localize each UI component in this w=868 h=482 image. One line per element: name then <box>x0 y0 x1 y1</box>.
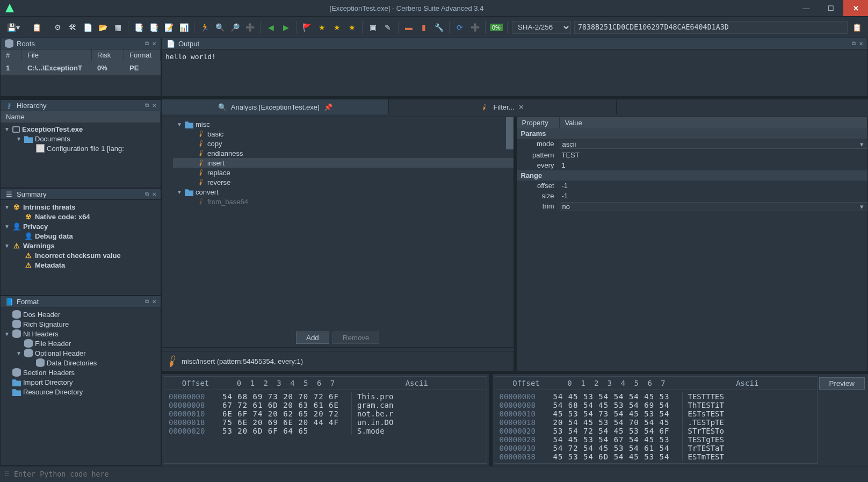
open-file-icon[interactable]: 📂 <box>97 21 108 33</box>
hierarchy-item[interactable]: ▼ExceptionTest.exe <box>1 125 161 134</box>
caret-icon[interactable]: ▼ <box>176 121 183 127</box>
reload-icon[interactable]: ⟳ <box>454 21 466 33</box>
caret-icon[interactable]: ▼ <box>16 350 22 356</box>
panel-close-icon[interactable]: ✕ <box>152 41 156 47</box>
paste-icon[interactable]: 📋 <box>31 21 42 33</box>
grid-icon[interactable]: ▣ <box>367 21 379 33</box>
summary-item[interactable]: ⚠Incorrect checksum value <box>1 250 161 260</box>
add-button[interactable]: Add <box>296 332 329 344</box>
property-row[interactable]: size-1 <box>517 191 868 201</box>
filter-item[interactable]: ▼misc <box>173 119 513 129</box>
filter-item[interactable]: 🖌from_base64 <box>173 197 513 206</box>
tab-analysis[interactable]: 🔍Analysis [ExceptionTest.exe]📌 <box>162 99 389 114</box>
hex-row[interactable]: 000000106E 6F 74 20 62 65 20 72not.be.r <box>169 409 482 418</box>
applied-filter-row[interactable]: 🖌 misc/insert (pattern:54455354, every:1… <box>162 351 514 371</box>
hash-algo-select[interactable]: SHA-2/256 <box>512 21 571 34</box>
caret-icon[interactable]: ▼ <box>4 204 10 210</box>
summary-item[interactable]: 👤Debug data <box>1 231 161 241</box>
gear-icon[interactable]: ⚙ <box>52 21 63 33</box>
caret-icon[interactable]: ▼ <box>4 126 10 132</box>
chart-icon[interactable]: 📊 <box>178 21 190 33</box>
panel-undock-icon[interactable]: ⧉ <box>852 40 856 47</box>
hex-row[interactable]: 0000000054 45 53 54 54 54 45 53TESTTTES <box>500 392 813 401</box>
hierarchy-item[interactable]: ▼Documents <box>1 134 161 143</box>
format-item[interactable]: Section Headers <box>1 368 161 377</box>
splitter-v[interactable] <box>489 374 493 466</box>
hex-row[interactable]: 0000000854 68 54 45 53 54 69 54ThTESTiT <box>500 401 813 409</box>
col-property[interactable]: Property <box>517 117 560 128</box>
hex-right-panel[interactable]: Offset0 1 2 3 4 5 6 7Ascii 0000000054 45… <box>495 376 818 464</box>
hex-left-panel[interactable]: Offset0 1 2 3 4 5 6 7Ascii 0000000054 68… <box>164 376 487 464</box>
property-row[interactable]: modeascii▾ <box>517 139 868 150</box>
summary-item[interactable]: ⚠Metadata <box>1 260 161 270</box>
bookmark-nav-icon[interactable]: ★ <box>346 21 358 33</box>
hex-row[interactable]: 0000000867 72 61 6D 20 63 61 6Egram.can <box>169 401 482 409</box>
maximize-button[interactable]: ☐ <box>819 0 843 16</box>
format-item[interactable]: Dos Header <box>1 310 161 319</box>
summary-item[interactable]: ▼☢Intrinsic threats <box>1 202 161 212</box>
property-value[interactable]: ascii▾ <box>560 140 868 149</box>
output-text[interactable]: hello world! <box>162 49 867 64</box>
hex-row[interactable]: 0000003054 72 54 45 53 54 61 54TrTESTaT <box>500 444 813 452</box>
edit-icon[interactable]: ✎ <box>382 21 394 33</box>
format-item[interactable]: Resource Directory <box>1 387 161 397</box>
mark-add-icon[interactable]: ➕ <box>244 21 256 33</box>
new-doc-icon[interactable]: 📄 <box>82 21 93 33</box>
minimize-button[interactable]: — <box>794 0 819 16</box>
summary-item[interactable]: ▼👤Privacy <box>1 221 161 231</box>
filter-item[interactable]: 🖌replace <box>173 168 513 177</box>
tools-icon[interactable]: 🛠 <box>67 21 78 33</box>
panel-close-icon[interactable]: ✕ <box>859 41 863 47</box>
caret-icon[interactable]: ▼ <box>4 243 10 249</box>
caret-icon[interactable]: ▼ <box>4 331 10 337</box>
format-item[interactable]: ▼Nt Headers <box>1 329 161 339</box>
hex-row[interactable]: 0000000054 68 69 73 20 70 72 6FThis.pro <box>169 392 482 401</box>
forward-icon[interactable]: ▶ <box>280 21 292 33</box>
chevron-down-icon[interactable]: ▾ <box>860 203 867 211</box>
roots-row[interactable]: 1 C:\...\ExceptionT 0% PE <box>1 61 161 75</box>
back-icon[interactable]: ◀ <box>265 21 277 33</box>
panel-undock-icon[interactable]: ⧉ <box>145 40 149 47</box>
tab-close-icon[interactable]: ✕ <box>518 103 524 111</box>
caret-icon[interactable]: ▼ <box>176 189 183 195</box>
hex-row[interactable]: 0000001820 54 45 53 54 70 54 45.TESTpTE <box>500 418 813 427</box>
col-value[interactable]: Value <box>560 117 868 128</box>
format-item[interactable]: Data Directories <box>1 358 161 368</box>
hex-icon[interactable]: ▦ <box>112 21 124 33</box>
scrollbar-thumb[interactable] <box>506 117 513 149</box>
hex-row[interactable]: 0000003845 53 54 6D 54 45 53 54ESTmTEST <box>500 452 813 461</box>
hierarchy-item[interactable]: Configuration file 1 [lang: <box>1 143 161 153</box>
bookmark-add-icon[interactable]: ★ <box>316 21 328 33</box>
format-item[interactable]: Rich Signature <box>1 319 161 329</box>
property-row[interactable]: patternTEST <box>517 150 868 160</box>
filter-item[interactable]: 🖌insert <box>173 158 513 168</box>
summary-item[interactable]: ▼⚠Warnings <box>1 241 161 250</box>
hex-row[interactable]: 0000002053 20 6D 6F 64 65S.mode <box>169 427 482 435</box>
run-icon[interactable]: 🏃 <box>199 21 211 33</box>
filter-item[interactable]: 🖌reverse <box>173 177 513 187</box>
format-item[interactable]: ▼Optional Header <box>1 348 161 358</box>
tab-filter[interactable]: 🖌Filter...✕ <box>389 99 616 114</box>
copy-hash-icon[interactable]: 📋 <box>851 21 863 33</box>
chevron-down-icon[interactable]: ▾ <box>860 140 867 148</box>
caret-icon[interactable]: ▼ <box>16 136 22 142</box>
property-row[interactable]: every1 <box>517 160 868 170</box>
filter-item[interactable]: ▼convert <box>173 187 513 197</box>
preview-button[interactable]: Preview <box>819 377 865 390</box>
summary-item[interactable]: ☢Native code: x64 <box>1 212 161 221</box>
close-button[interactable]: ✕ <box>843 0 868 16</box>
hex-row[interactable]: 0000002053 54 72 54 45 53 54 6FSTrTESTo <box>500 427 813 435</box>
format-item[interactable]: Import Directory <box>1 377 161 387</box>
flag-blue-icon[interactable]: 🚩 <box>301 21 313 33</box>
filter-item[interactable]: 🖌basic <box>173 129 513 139</box>
property-value[interactable]: no▾ <box>560 202 868 211</box>
bookmark-icon[interactable]: ★ <box>331 21 343 33</box>
property-value[interactable]: TEST <box>560 151 868 159</box>
hex-row[interactable]: 0000001045 53 54 73 54 45 53 54ESTsTEST <box>500 409 813 418</box>
save-icon[interactable]: 💾▾ <box>5 21 21 33</box>
caret-icon[interactable]: ▼ <box>4 224 10 229</box>
property-value[interactable]: -1 <box>560 192 868 200</box>
split-h-icon[interactable]: ▬ <box>403 21 415 33</box>
find-next-icon[interactable]: 🔎 <box>229 21 241 33</box>
text-icon[interactable]: 📝 <box>163 21 175 33</box>
